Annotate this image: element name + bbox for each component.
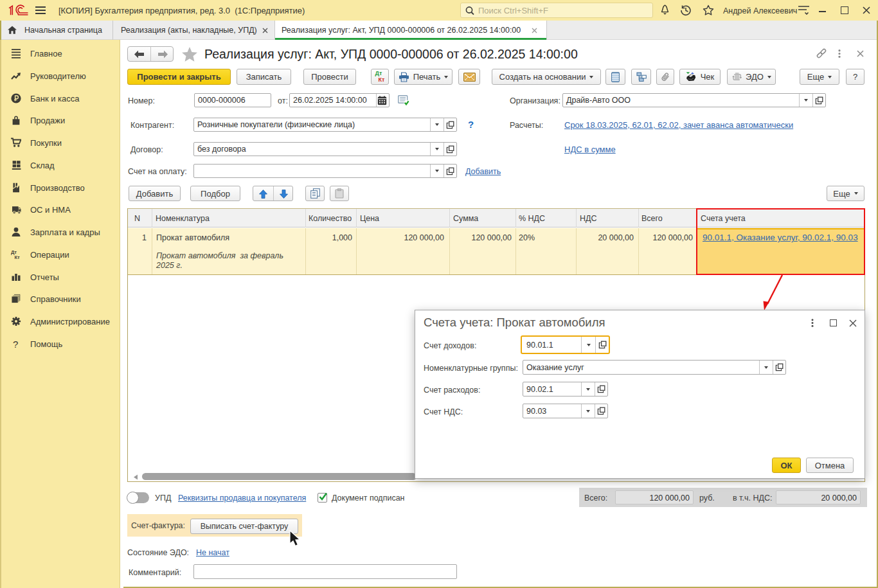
svg-text:Кт: Кт xyxy=(15,254,21,260)
svg-text:?: ? xyxy=(13,339,18,349)
